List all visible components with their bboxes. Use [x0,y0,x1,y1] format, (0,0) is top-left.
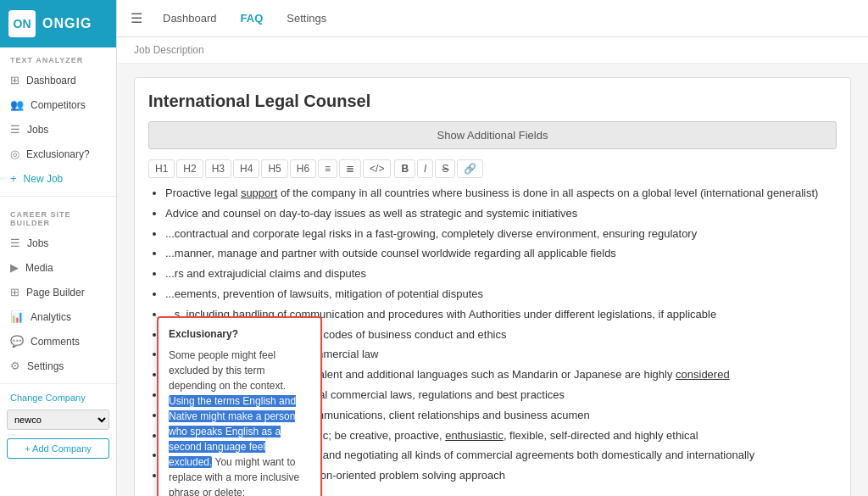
jobs-icon: ☰ [10,123,20,136]
sidebar-item-settings[interactable]: ⚙ Settings [0,354,116,378]
sidebar-item-label: Page Builder [26,287,85,298]
change-company-link[interactable]: Change Company [0,389,116,406]
editor-toolbar: H1 H2 H3 H4 H5 H6 ≡ ≣ </> B I S 🔗 [148,159,837,178]
sidebar-item-dashboard[interactable]: ⊞ Dashboard [0,68,116,92]
jd-body: Proactive legal support of the company i… [148,185,837,485]
sidebar-item-label: Media [25,262,53,274]
sidebar-item-label: Exclusionary? [26,148,90,160]
sidebar-item-competitors[interactable]: 👥 Competitors [0,92,116,117]
sidebar-item-label: Settings [27,360,64,372]
settings-icon: ⚙ [10,359,20,372]
sidebar-item-label: Competitors [31,99,86,111]
dashboard-icon: ⊞ [10,74,19,86]
logo-text: ONGIG [42,16,92,31]
sidebar-item-exclusionary[interactable]: ◎ Exclusionary? [0,142,116,166]
h4-button[interactable]: H4 [233,159,259,178]
top-nav: ☰ Dashboard FAQ Settings [117,0,868,37]
page-title: International Legal Counsel [148,92,837,111]
list-item: Proactive legal support of the company i… [165,185,837,203]
exclusionary-icon: ◎ [10,148,19,160]
sidebar-item-label: New Job [24,173,64,185]
link-button[interactable]: 🔗 [457,159,483,178]
sidebar-item-label: Dashboard [26,75,76,86]
sidebar-item-jobs-csb[interactable]: ☰ Jobs [0,231,116,255]
nav-dashboard[interactable]: Dashboard [153,8,227,28]
sidebar-item-new-job[interactable]: + New Job [0,166,116,191]
popup-title: Exclusionary? [169,326,310,343]
show-additional-fields-button[interactable]: Show Additional Fields [148,121,837,149]
comments-icon: 💬 [10,335,24,348]
sidebar-item-label: Comments [31,336,80,348]
h6-button[interactable]: H6 [290,159,316,178]
strikethrough-button[interactable]: S [435,159,455,178]
sidebar-item-media[interactable]: ▶ Media [0,255,116,280]
add-company-button[interactable]: + Add Company [7,438,109,459]
h5-button[interactable]: H5 [261,159,287,178]
text-analyzer-label: TEXT ANALYZER [0,47,116,68]
main-area: ☰ Dashboard FAQ Settings Job Description… [117,0,868,496]
logo-icon: ON [8,10,36,37]
h1-button[interactable]: H1 [148,159,175,178]
page-builder-icon: ⊞ [10,286,19,298]
h3-button[interactable]: H3 [205,159,231,178]
job-description-card: International Legal Counsel Show Additio… [134,77,851,496]
list-item: Advice and counsel on day-to-day issues … [165,205,837,223]
media-icon: ▶ [10,261,19,274]
exclusionary-popup: Exclusionary? Some people might feel exc… [157,316,322,496]
h2-button[interactable]: H2 [176,159,203,178]
list-item: ...manner, manage and partner with outsi… [165,245,837,263]
competitors-icon: 👥 [10,98,24,111]
ordered-list-button[interactable]: ≣ [339,159,361,178]
list-item: ...eements, prevention of lawsuits, miti… [165,286,837,304]
breadcrumb: Job Description [117,37,868,64]
career-site-label: CAREER SITE BUILDER [0,202,116,231]
bold-button[interactable]: B [394,159,415,178]
sidebar-item-analytics[interactable]: 📊 Analytics [0,304,116,329]
sidebar: ON ONGIG TEXT ANALYZER ⊞ Dashboard 👥 Com… [0,0,117,496]
analytics-icon: 📊 [10,310,24,323]
popup-body-text: Some people might feel excluded by this … [169,349,286,392]
list-item: ...rs and extrajudicial claims and dispu… [165,265,837,283]
sidebar-item-label: Jobs [27,237,48,249]
nav-settings[interactable]: Settings [276,8,337,28]
content-area: International Legal Counsel Show Additio… [117,64,868,496]
nav-faq[interactable]: FAQ [231,8,274,28]
popup-body: Some people might feel excluded by this … [169,348,310,496]
logo-area: ON ONGIG [0,0,116,47]
sidebar-item-label: Analytics [31,311,71,323]
list-item: ...contractual and corporate legal risks… [165,226,837,243]
sidebar-item-jobs[interactable]: ☰ Jobs [0,117,116,142]
hamburger-icon[interactable]: ☰ [131,10,142,26]
jobs-csb-icon: ☰ [10,237,20,249]
code-button[interactable]: </> [363,159,391,178]
sidebar-item-comments[interactable]: 💬 Comments [0,329,116,354]
company-select[interactable]: newco [7,410,109,430]
unordered-list-button[interactable]: ≡ [318,159,337,178]
sidebar-item-label: Jobs [27,124,48,136]
sidebar-item-page-builder[interactable]: ⊞ Page Builder [0,280,116,304]
new-job-icon: + [10,172,17,185]
italic-button[interactable]: I [417,159,433,178]
